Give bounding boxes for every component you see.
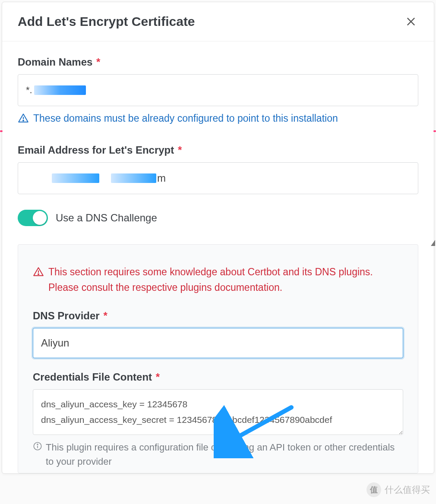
credentials-textarea[interactable]	[33, 389, 403, 435]
dns-provider-value: Aliyun	[41, 337, 69, 349]
toggle-knob	[33, 211, 47, 225]
credentials-hint-text: This plugin requires a configuration fil…	[46, 440, 403, 469]
redacted-email-part	[111, 173, 156, 183]
dns-provider-select[interactable]: Aliyun	[33, 328, 403, 358]
dns-challenge-toggle[interactable]	[18, 210, 48, 226]
close-icon	[405, 16, 417, 27]
watermark: 值 什么值得买	[366, 482, 430, 497]
domain-names-label-text: Domain Names	[18, 56, 92, 68]
modal-add-certificate: Add Let's Encrypt Certificate Domain Nam…	[2, 2, 434, 474]
domain-chip-prefix: *.	[26, 85, 32, 96]
required-star: *	[96, 56, 100, 68]
domain-names-label: Domain Names *	[18, 56, 418, 68]
dns-provider-label: DNS Provider *	[33, 310, 403, 322]
required-star: *	[103, 310, 107, 321]
redacted-email-part	[52, 173, 99, 183]
info-icon	[33, 441, 42, 451]
email-input[interactable]: m	[18, 162, 418, 194]
svg-point-3	[38, 274, 39, 275]
domain-chip[interactable]: *.	[26, 85, 86, 96]
required-star: *	[156, 371, 160, 383]
credentials-label: Credentials File Content *	[33, 371, 403, 383]
modal-body: Domain Names * *. These domains must be …	[2, 41, 434, 473]
close-button[interactable]	[404, 14, 418, 29]
dns-challenge-panel: This section requires some knowledge abo…	[18, 244, 418, 473]
email-label: Email Address for Let's Encrypt *	[18, 144, 418, 156]
warning-icon	[18, 113, 29, 124]
redacted-domain	[34, 85, 86, 95]
dns-challenge-label: Use a DNS Challenge	[56, 212, 157, 224]
domain-hint-text: These domains must be already configured…	[33, 111, 338, 125]
watermark-text: 什么值得买	[385, 484, 430, 496]
credentials-hint: This plugin requires a configuration fil…	[33, 440, 403, 469]
dns-warning-text: This section requires some knowledge abo…	[48, 265, 403, 295]
modal-header: Add Let's Encrypt Certificate	[2, 2, 434, 41]
email-suffix: m	[157, 172, 166, 184]
decoration-triangle	[431, 240, 435, 246]
watermark-badge: 值	[366, 482, 381, 497]
decoration-line-right	[433, 130, 436, 132]
svg-point-1	[23, 120, 24, 121]
dns-warning: This section requires some knowledge abo…	[33, 265, 403, 295]
modal-title: Add Let's Encrypt Certificate	[18, 14, 195, 29]
required-star: *	[178, 144, 182, 156]
domain-hint: These domains must be already configured…	[18, 111, 418, 125]
decoration-line-left	[0, 130, 3, 132]
dns-provider-label-text: DNS Provider	[33, 310, 100, 321]
credentials-label-text: Credentials File Content	[33, 371, 152, 383]
dns-challenge-row: Use a DNS Challenge	[18, 210, 418, 226]
domain-names-input[interactable]: *.	[18, 74, 418, 106]
warning-icon	[33, 266, 44, 277]
svg-point-6	[37, 444, 38, 445]
email-label-text: Email Address for Let's Encrypt	[18, 144, 174, 156]
